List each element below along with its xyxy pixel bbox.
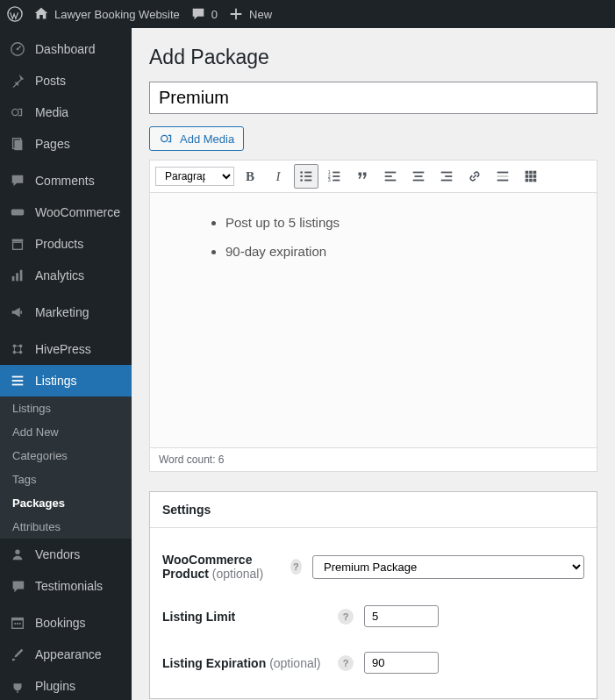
menu-label: Dashboard bbox=[35, 42, 96, 56]
pin-icon bbox=[9, 72, 26, 89]
svg-rect-44 bbox=[415, 175, 423, 177]
listing-limit-input[interactable] bbox=[364, 605, 439, 627]
media-icon bbox=[9, 104, 26, 121]
svg-rect-35 bbox=[333, 172, 340, 174]
woo-product-select[interactable]: Premium Package bbox=[312, 555, 584, 579]
menu-item-appearance[interactable]: Appearance bbox=[0, 639, 132, 670]
svg-rect-23 bbox=[17, 623, 18, 625]
align-left-button[interactable] bbox=[378, 164, 403, 189]
svg-rect-40 bbox=[385, 172, 397, 174]
menu-item-vendors[interactable]: Vendors bbox=[0, 539, 132, 570]
menu-label: Appearance bbox=[35, 647, 102, 661]
menu-label: Products bbox=[35, 237, 83, 251]
help-icon[interactable]: ? bbox=[290, 559, 302, 575]
submenu-item-add-new[interactable]: Add New bbox=[0, 420, 132, 444]
menu-item-dashboard[interactable]: Dashboard bbox=[0, 33, 132, 65]
menu-item-listings[interactable]: Listings bbox=[0, 365, 132, 396]
numbered-list-button[interactable]: 123 bbox=[322, 164, 347, 189]
bold-button[interactable]: B bbox=[238, 164, 262, 189]
svg-rect-16 bbox=[12, 376, 24, 378]
svg-rect-24 bbox=[19, 623, 21, 625]
menu-item-products[interactable]: Products bbox=[0, 228, 132, 260]
svg-rect-56 bbox=[529, 175, 533, 178]
admin-sidebar: DashboardPostsMediaPagesCommentsWooComme… bbox=[0, 28, 132, 700]
menu-label: Bookings bbox=[35, 616, 86, 630]
svg-point-28 bbox=[300, 171, 303, 174]
submenu-item-packages[interactable]: Packages bbox=[0, 491, 132, 515]
svg-rect-18 bbox=[12, 384, 24, 386]
svg-rect-5 bbox=[14, 140, 22, 151]
add-media-button[interactable]: Add Media bbox=[149, 126, 244, 151]
menu-item-woocommerce[interactable]: WooCommerce bbox=[0, 196, 132, 228]
menu-item-media[interactable]: Media bbox=[0, 96, 132, 128]
bullet-item: 90-day expiration bbox=[225, 239, 572, 265]
menu-item-testimonials[interactable]: Testimonials bbox=[0, 570, 132, 602]
list-icon bbox=[9, 372, 26, 389]
svg-rect-21 bbox=[12, 618, 24, 621]
listing-expiration-input[interactable] bbox=[364, 652, 439, 674]
plug-icon bbox=[9, 677, 26, 695]
menu-item-pages[interactable]: Pages bbox=[0, 128, 132, 160]
field-label: Listing Expiration bbox=[162, 656, 266, 670]
link-button[interactable] bbox=[462, 164, 487, 189]
menu-item-bookings[interactable]: Bookings bbox=[0, 607, 132, 639]
settings-panel: Settings WooCommerce Product (optional) … bbox=[149, 491, 597, 699]
package-title-input[interactable] bbox=[149, 82, 597, 114]
submenu-item-tags[interactable]: Tags bbox=[0, 468, 132, 491]
submenu-item-listings[interactable]: Listings bbox=[0, 396, 132, 420]
megaphone-icon bbox=[9, 304, 26, 321]
svg-rect-42 bbox=[385, 180, 397, 182]
menu-label: Posts bbox=[35, 74, 66, 88]
italic-button[interactable]: I bbox=[266, 164, 290, 189]
toolbar-toggle-button[interactable] bbox=[518, 164, 543, 189]
svg-rect-9 bbox=[12, 276, 15, 281]
menu-item-posts[interactable]: Posts bbox=[0, 65, 132, 96]
svg-rect-33 bbox=[304, 180, 311, 182]
svg-rect-46 bbox=[441, 172, 453, 174]
svg-rect-55 bbox=[526, 175, 529, 178]
page-title: Add Package bbox=[149, 39, 597, 82]
new-link[interactable]: New bbox=[228, 6, 272, 22]
menu-item-plugins[interactable]: Plugins bbox=[0, 670, 132, 700]
submenu-item-categories[interactable]: Categories bbox=[0, 444, 132, 468]
editor-toolbar: Paragraph B I 123 bbox=[150, 161, 597, 193]
block-format-select[interactable]: Paragraph bbox=[155, 167, 234, 186]
menu-label: Pages bbox=[35, 137, 70, 151]
menu-label: Comments bbox=[35, 174, 95, 188]
comment-count: 0 bbox=[211, 8, 218, 21]
comments-link[interactable]: 0 bbox=[190, 6, 218, 22]
more-button[interactable] bbox=[490, 164, 515, 189]
help-icon[interactable]: ? bbox=[338, 655, 354, 671]
svg-rect-7 bbox=[12, 239, 24, 242]
menu-label: Media bbox=[35, 105, 68, 119]
svg-rect-45 bbox=[413, 180, 425, 182]
field-label: Listing Limit bbox=[162, 610, 235, 624]
quote-button[interactable] bbox=[350, 164, 375, 189]
menu-label: Testimonials bbox=[35, 579, 103, 593]
menu-item-comments[interactable]: Comments bbox=[0, 165, 132, 196]
menu-item-hivepress[interactable]: HivePress bbox=[0, 333, 132, 365]
menu-label: WooCommerce bbox=[35, 205, 120, 219]
svg-rect-41 bbox=[385, 175, 392, 177]
submenu-item-attributes[interactable]: Attributes bbox=[0, 515, 132, 539]
bullet-list-button[interactable] bbox=[294, 164, 318, 189]
align-center-button[interactable] bbox=[406, 164, 431, 189]
site-name: Lawyer Booking Website bbox=[54, 8, 180, 21]
menu-label: Listings bbox=[35, 374, 76, 388]
editor-content[interactable]: Post up to 5 listings90-day expiration bbox=[150, 193, 597, 447]
svg-point-2 bbox=[17, 48, 19, 51]
svg-rect-10 bbox=[16, 273, 18, 281]
menu-label: Plugins bbox=[35, 679, 75, 693]
wp-logo[interactable] bbox=[7, 6, 23, 22]
align-right-button[interactable] bbox=[434, 164, 459, 189]
menu-item-analytics[interactable]: Analytics bbox=[0, 260, 132, 291]
menu-item-marketing[interactable]: Marketing bbox=[0, 296, 132, 328]
admin-topbar: Lawyer Booking Website 0 New bbox=[0, 0, 615, 28]
svg-rect-47 bbox=[445, 175, 452, 177]
svg-point-32 bbox=[300, 179, 303, 182]
new-label: New bbox=[249, 8, 272, 21]
word-count: Word count: 6 bbox=[150, 447, 597, 471]
brush-icon bbox=[9, 646, 26, 663]
site-link[interactable]: Lawyer Booking Website bbox=[33, 6, 180, 22]
help-icon[interactable]: ? bbox=[338, 609, 354, 625]
